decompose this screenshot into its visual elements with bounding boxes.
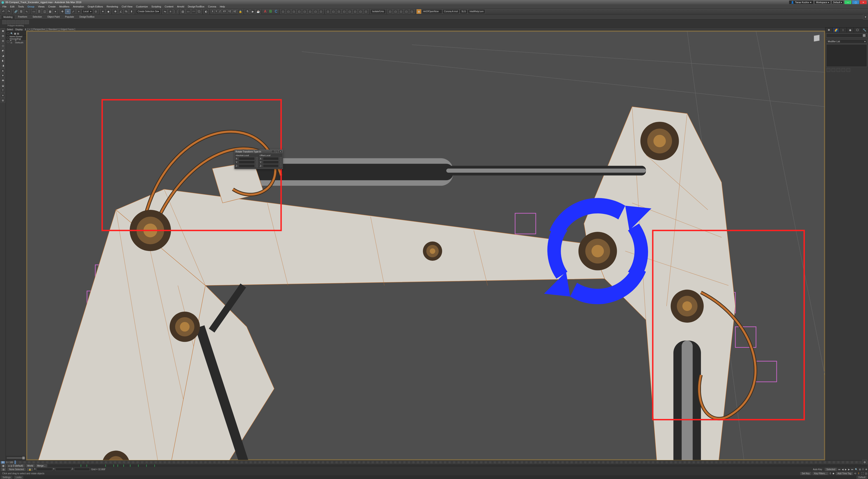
show-end-icon[interactable] [832,68,835,72]
scene-explorer-slider[interactable] [6,456,26,460]
tool-misc-14[interactable]: ◻ [352,9,358,14]
corona-icon[interactable]: ◉ [416,9,421,14]
tool-misc-10[interactable]: ◻ [331,9,336,14]
tool-misc-13[interactable]: ◻ [347,9,352,14]
off-z-spinner[interactable] [280,164,282,167]
menu-grapheditors[interactable]: Graph Editors [86,5,105,8]
rotate-typein-dialog[interactable]: Rotate Transform Type-In — ▢ ✕ Absolute:… [235,150,283,169]
cmd-tab-utilities[interactable]: 🔧 [861,28,868,33]
window-close[interactable]: ✕ [860,0,867,4]
layer-button[interactable]: ▤ [180,9,185,14]
abc-a[interactable]: A [263,9,268,13]
menu-file[interactable]: File [1,5,8,8]
nav-orbit-button[interactable]: ⟲ [854,472,856,475]
ribbon-collapse[interactable]: ▾ [863,14,868,20]
vtool-3[interactable]: ▥ [1,38,5,43]
cmd-tab-motion[interactable]: ◉ [847,28,854,33]
scene-drop[interactable]: InteliRetyl.svn [468,9,485,14]
snap-button[interactable]: ❖ [113,9,118,14]
tool-misc-17[interactable]: ◻ [388,9,393,14]
ribbon-tab-selection[interactable]: Selection [30,15,44,19]
menu-animation[interactable]: Animation [71,5,86,8]
menu-designtoolbox[interactable]: DesignToolBox [186,5,206,8]
schematic-button[interactable]: ⿻ [197,9,202,14]
play-button[interactable]: ▶ [845,468,847,471]
unlink-button[interactable]: ⛓ [19,9,24,14]
key-mode-button[interactable]: ⏺ [832,472,835,475]
vtool-10[interactable]: ▼ [1,73,5,78]
window-maximize[interactable]: ▢ [852,0,859,4]
variant-drop[interactable]: Default ▾ [832,1,844,4]
abs-x-input[interactable] [239,157,255,160]
abs-y-input[interactable] [239,161,255,164]
dialog-min-icon[interactable]: — [272,150,275,153]
tool-misc-15[interactable]: ◻ [358,9,363,14]
nav-maximize-button[interactable]: ⛶ [862,472,864,475]
percentsnap-button[interactable]: % [124,9,129,14]
renderer2-drop[interactable]: Corona A rnol [442,9,460,14]
vtool-4[interactable]: ◫ [1,43,5,48]
tool-misc-18[interactable]: ◻ [393,9,398,14]
pin-stack-icon[interactable] [827,68,830,72]
object-name-field[interactable] [826,33,867,37]
pivot-button[interactable]: ⊙ [93,9,98,14]
make-unique-icon[interactable] [837,68,840,72]
time-config-icon[interactable]: ⚙ [862,460,867,465]
goto-start-button[interactable]: ⏮ [838,468,840,471]
ribbon-tab-populate[interactable]: Populate [63,15,76,19]
abs-z-input[interactable] [239,164,255,167]
redo-button[interactable]: ↷ [6,9,11,14]
tool-misc-6[interactable]: ◻ [308,9,313,14]
se-filter-icon[interactable] [7,32,9,35]
ribbon-tab-modeling[interactable]: Modeling [1,15,15,19]
status-x-input[interactable] [37,468,53,471]
menu-scripting[interactable]: Scripting [150,5,163,8]
off-y-spinner[interactable] [280,161,282,164]
se-tab-select[interactable]: Select [7,28,13,31]
menu-tools[interactable]: Tools [17,5,26,8]
tool-misc-3[interactable]: ◻ [291,9,296,14]
anglesnap-button[interactable]: ∠ [118,9,123,14]
goto-end-button[interactable]: ⏭ [851,468,854,471]
spinnersnap-button[interactable]: ⬍ [129,9,134,14]
bind-spacewarp-button[interactable]: ∿ [24,9,29,14]
polymodel-icon-2[interactable] [7,20,11,24]
remove-mod-icon[interactable] [842,68,845,72]
tool-misc-2[interactable]: ◻ [286,9,291,14]
abc-c[interactable]: C [274,9,278,13]
vtool-12[interactable]: ⬓ [1,83,5,88]
trackbar-icon1[interactable]: ◧ [1,464,6,467]
vtool-5[interactable]: ◩ [1,49,5,53]
vtool-15[interactable]: ⊞ [1,98,5,103]
tool-misc-4[interactable]: ◻ [297,9,302,14]
trackbar-world[interactable]: World [26,464,35,467]
nav-walk-button[interactable]: 🚶 [857,472,860,475]
menu-create[interactable]: Create [46,5,57,8]
se-view-icon[interactable]: ▦ [14,32,16,35]
vtool-2[interactable]: ▤ [1,33,5,38]
manip-button[interactable]: ✦ [100,9,105,14]
window-minimize[interactable]: — [844,0,851,4]
trackbar[interactable] [48,465,867,467]
select-button[interactable]: ▭ [31,9,36,14]
menu-modifiers[interactable]: Modifiers [58,5,71,8]
nav-zoom-button[interactable]: 🔍 [855,468,858,471]
workspace-drop[interactable]: Workspace ▾ [814,1,831,4]
cmd-tab-create[interactable]: ✚ [825,28,833,33]
nav-zoomall-button[interactable]: ⊞ [859,468,861,471]
abs-y-spinner[interactable] [256,161,258,164]
menu-rendering[interactable]: Rendering [105,5,120,8]
polymodel-icon-1[interactable] [2,20,6,24]
prev-frame-button[interactable]: ◀ [842,468,844,471]
ribbon-tab-objectpaint[interactable]: Object Paint [45,15,62,19]
vtool-13[interactable]: T [1,88,5,93]
ribbon-tab-freeform[interactable]: Freeform [16,15,30,19]
polymodel-icon-5[interactable] [20,20,24,24]
abs-x-spinner[interactable] [256,157,258,160]
polymodel-icon-3[interactable] [11,20,16,24]
render-frame-button[interactable]: ▶ [250,9,255,14]
perspective-viewport[interactable]: Rotate Transform Type-In — ▢ ✕ Absolute:… [26,31,825,460]
refcoord-drop[interactable]: Local▾ [82,9,93,14]
menu-edit[interactable]: Edit [8,5,16,8]
curve-editor-button[interactable]: 〰 [191,9,196,14]
